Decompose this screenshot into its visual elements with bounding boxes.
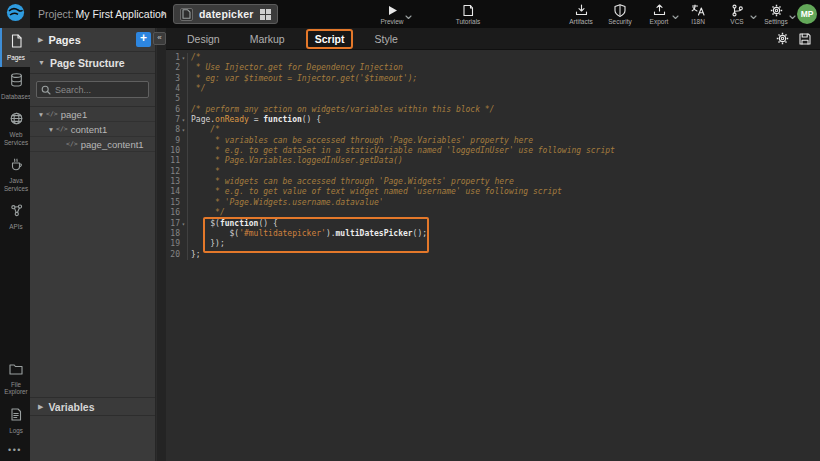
fold-spacer [180, 146, 187, 156]
caret-down-icon[interactable] [405, 6, 412, 24]
rail-bottom-items: File ExplorerLogs [0, 355, 30, 440]
code-text: Page.onReady = function() { [191, 115, 321, 125]
tab-markup[interactable]: Markup [241, 29, 294, 49]
app-logo[interactable] [0, 0, 30, 28]
caret-down-icon[interactable] [750, 6, 757, 24]
tab-design[interactable]: Design [178, 29, 229, 49]
gutter: 7▾ [166, 115, 188, 125]
tree-node-content1[interactable]: ▼</>content1 [30, 122, 155, 137]
tutorials-icon [462, 4, 474, 17]
caret-down-icon[interactable] [672, 6, 679, 24]
gutter: 14 [166, 187, 188, 197]
topbar-tool-label: Settings [764, 18, 788, 25]
topbar-tool-i18n[interactable]: I18N [682, 0, 714, 28]
collapse-panel-button[interactable]: « [153, 32, 166, 45]
triangle-down-icon: ▼ [38, 59, 45, 66]
tree-node-page_content1[interactable]: </>page_content1 [30, 137, 155, 152]
topbar-tool-vcs[interactable]: VCS [721, 0, 753, 28]
topbar-tool-label: VCS [730, 18, 743, 25]
fold-spacer [180, 250, 187, 260]
rail-item-apis[interactable]: APIs [0, 197, 30, 236]
grid-icon[interactable] [260, 9, 271, 20]
more-options-button[interactable]: ••• [0, 439, 30, 461]
gutter: 3 [166, 74, 188, 84]
topbar-tool-settings[interactable]: Settings [760, 0, 792, 28]
save-icon[interactable] [799, 33, 811, 45]
variables-title: Variables [48, 401, 94, 413]
triangle-down-icon: ▼ [36, 111, 46, 118]
rail-item-databases[interactable]: Databases [0, 67, 30, 106]
pages-panel-title: Pages [48, 34, 136, 46]
code-line: 14 * e.g. to get value of text widget na… [166, 187, 820, 197]
pages-panel-header[interactable]: ▶ Pages + [30, 28, 155, 52]
topbar-tool-artifacts[interactable]: Artifacts [565, 0, 597, 28]
preview-button[interactable]: Preview [376, 0, 408, 28]
gutter: 5 [166, 94, 188, 104]
search-icon [41, 85, 51, 95]
rail-item-java-services[interactable]: Java Services [0, 151, 30, 197]
topbar-tool-export[interactable]: Export [643, 0, 675, 28]
topbar-tool-security[interactable]: Security [604, 0, 636, 28]
page-structure-tree: ▼</>page1▼</>content1</>page_content1 [30, 107, 155, 152]
topbar-tool-label: Security [608, 18, 631, 25]
line-number: 14 [166, 187, 180, 197]
open-page-tab[interactable]: datepicker [173, 4, 278, 24]
gutter: 18 [166, 229, 188, 239]
tab-script[interactable]: Script [306, 29, 354, 49]
rail-item-label: Pages [7, 54, 25, 62]
rail-item-logs[interactable]: Logs [0, 401, 30, 440]
tree-node-page1[interactable]: ▼</>page1 [30, 107, 155, 122]
rail-item-label: Logs [9, 427, 23, 435]
fold-spacer [180, 156, 187, 166]
fold-spacer [180, 239, 187, 249]
rail-item-web-services[interactable]: Web Services [0, 105, 30, 151]
fold-marker-icon[interactable]: ▾ [180, 125, 187, 135]
fold-marker-icon[interactable]: ▾ [180, 53, 187, 63]
code-line: 13 * widgets can be accessed through 'Pa… [166, 177, 820, 187]
page-structure-title: Page Structure [50, 57, 125, 69]
code-line: 11 * Page.Variables.loggedInUser.getData… [166, 156, 820, 166]
fold-spacer [180, 63, 187, 73]
rail-item-pages[interactable]: Pages [0, 28, 30, 67]
tab-style[interactable]: Style [365, 29, 406, 49]
code-text: /* [191, 125, 220, 135]
triangle-right-icon: ▶ [38, 36, 43, 44]
project-label: Project: [38, 8, 74, 20]
variables-section-header[interactable]: ▶ Variables [30, 397, 155, 416]
play-icon [387, 4, 398, 17]
line-number: 7 [166, 115, 180, 125]
ellipsis-icon: ••• [8, 445, 22, 455]
gutter: 8▾ [166, 125, 188, 135]
page-structure-header[interactable]: ▼ Page Structure [30, 52, 155, 74]
script-code-editor[interactable]: 1▾/*2 * Use Injector.get for Dependency … [166, 50, 820, 260]
search-input[interactable] [55, 85, 144, 95]
tree-node-label: content1 [71, 124, 107, 135]
gear-icon [770, 4, 783, 17]
line-number: 2 [166, 63, 180, 73]
panel-resize-strip[interactable] [157, 28, 166, 461]
add-page-button[interactable]: + [136, 32, 151, 47]
code-text: }; [191, 250, 201, 260]
fold-spacer [180, 177, 187, 187]
fold-marker-icon[interactable]: ▾ [180, 115, 187, 125]
user-avatar[interactable]: MP [797, 4, 817, 24]
fold-marker-icon[interactable]: ▾ [180, 219, 187, 229]
line-number: 13 [166, 177, 180, 187]
line-number: 17 [166, 219, 180, 229]
preview-label: Preview [380, 18, 403, 25]
rail-item-file-explorer[interactable]: File Explorer [0, 355, 30, 401]
fold-spacer [180, 105, 187, 115]
caret-down-icon[interactable] [789, 6, 796, 24]
branch-icon [731, 4, 744, 17]
code-line: 20}; [166, 250, 820, 260]
fold-spacer [180, 74, 187, 84]
code-line: 2 * Use Injector.get for Dependency Inje… [166, 63, 820, 73]
tutorials-button[interactable]: Tutorials [452, 0, 484, 28]
code-line: 4 */ [166, 84, 820, 94]
line-number: 20 [166, 250, 180, 260]
search-row [30, 74, 155, 107]
gear-icon[interactable] [776, 32, 789, 45]
fold-spacer [180, 84, 187, 94]
gutter: 15 [166, 198, 188, 208]
shield-icon [614, 4, 626, 17]
